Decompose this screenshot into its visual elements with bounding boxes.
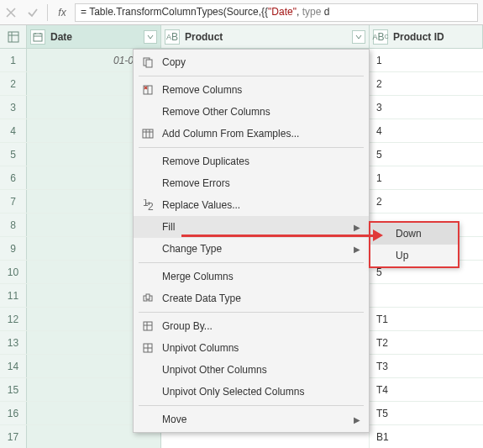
menu-item-copy[interactable]: Copy (134, 51, 369, 73)
cell-product-id[interactable]: T4 (370, 378, 483, 401)
menu-item-add-column-from-examples[interactable]: Add Column From Examples... (134, 123, 369, 145)
svg-rect-8 (146, 60, 152, 67)
formula-cancel-button[interactable] (0, 0, 22, 25)
cell-product-id[interactable] (370, 284, 483, 307)
menu-label: Unpivot Columns (159, 342, 360, 354)
cell-product-id[interactable]: 4 (370, 119, 483, 142)
row-number[interactable]: 14 (0, 355, 27, 377)
menu-item-unpivot-columns[interactable]: Unpivot Columns (134, 337, 369, 359)
menu-item-remove-other-columns[interactable]: Remove Other Columns (134, 101, 369, 123)
chevron-right-icon: ▶ (354, 245, 360, 254)
svg-rect-3 (34, 34, 42, 41)
cell-product-id[interactable]: 2 (370, 190, 483, 213)
table-icon[interactable] (0, 25, 27, 48)
formula-string: "Date" (268, 6, 297, 18)
menu-label: Create Data Type (159, 293, 360, 304)
row-number[interactable]: 9 (0, 237, 27, 260)
cell-product-id[interactable]: B1 (370, 425, 483, 448)
column-header-product[interactable]: AB Product (161, 25, 370, 48)
column-header-date[interactable]: Date (27, 25, 161, 48)
fill-down-item[interactable]: Down (370, 223, 458, 245)
menu-separator (139, 312, 364, 313)
menu-label: Group By... (159, 320, 360, 332)
column-header-product-id[interactable]: ABC Product ID (370, 25, 483, 48)
menu-item-create-data-type[interactable]: Create Data Type (134, 287, 369, 309)
row-number[interactable]: 15 (0, 378, 27, 401)
cell-product-id[interactable]: 1 (370, 166, 483, 189)
menu-item-merge-columns[interactable]: Merge Columns (134, 266, 369, 287)
row-number[interactable]: 8 (0, 213, 27, 236)
svg-rect-20 (144, 322, 152, 330)
column-filter-button[interactable] (144, 30, 157, 44)
menu-label: Change Type (159, 243, 354, 255)
menu-label: Copy (159, 56, 360, 68)
formula-input[interactable]: = Table.TransformColumnTypes(Source,{{"D… (75, 3, 478, 22)
menu-label: Merge Columns (159, 271, 360, 282)
menu-label: Move (159, 414, 354, 425)
svg-rect-0 (8, 32, 18, 42)
cell-product-id[interactable]: 5 (370, 143, 483, 166)
menu-separator (139, 147, 364, 148)
menu-item-move[interactable]: Move▶ (134, 408, 369, 430)
calendar-icon[interactable] (30, 29, 45, 45)
menu-item-remove-errors[interactable]: Remove Errors (134, 172, 369, 194)
annotation-arrow (181, 235, 375, 237)
datatype-icon (137, 293, 159, 304)
annotation-arrow-head (373, 229, 383, 241)
formula-bar: fx = Table.TransformColumnTypes(Source,{… (0, 0, 483, 25)
copy-icon (137, 56, 159, 68)
examples-icon (137, 128, 159, 140)
menu-separator (139, 405, 364, 406)
menu-label: Remove Errors (159, 177, 360, 189)
menu-label: Add Column From Examples... (159, 128, 360, 140)
row-number[interactable]: 16 (0, 402, 27, 424)
menu-separator (139, 262, 364, 263)
menu-item-remove-duplicates[interactable]: Remove Duplicates (134, 150, 369, 172)
cell-product-id[interactable]: T5 (370, 402, 483, 424)
menu-item-change-type[interactable]: Change Type▶ (134, 238, 369, 260)
formula-text: = Table.TransformColumnTypes(Source,{{ (81, 6, 268, 18)
row-number[interactable]: 2 (0, 72, 27, 95)
menu-item-unpivot-only-selected-columns[interactable]: Unpivot Only Selected Columns (134, 381, 369, 403)
replace-icon: 12 (137, 199, 159, 211)
column-label: Product ID (393, 31, 444, 43)
fx-label[interactable]: fx (51, 7, 73, 18)
context-menu: CopyRemove ColumnsRemove Other ColumnsAd… (133, 49, 370, 433)
divider (47, 4, 48, 21)
text-type-icon[interactable]: ABC (373, 29, 388, 45)
row-number[interactable]: 1 (0, 49, 27, 71)
row-number[interactable]: 13 (0, 331, 27, 354)
menu-item-replace-values[interactable]: 12Replace Values... (134, 194, 369, 216)
cell-product-id[interactable]: T1 (370, 308, 483, 330)
menu-label: Remove Columns (159, 84, 360, 96)
menu-label: Up (396, 250, 408, 261)
row-number[interactable]: 7 (0, 190, 27, 213)
menu-item-group-by[interactable]: Group By... (134, 315, 369, 337)
text-type-icon[interactable]: AB (165, 29, 180, 45)
row-number[interactable]: 3 (0, 96, 27, 119)
menu-label: Down (396, 228, 422, 240)
column-header-row: Date AB Product ABC Product ID (0, 25, 483, 49)
cell-product-id[interactable]: 1 (370, 49, 483, 71)
row-number[interactable]: 17 (0, 425, 27, 448)
row-number[interactable]: 5 (0, 143, 27, 166)
svg-rect-19 (146, 294, 150, 299)
row-number[interactable]: 10 (0, 261, 27, 283)
fill-up-item[interactable]: Up (370, 245, 458, 266)
row-number[interactable]: 12 (0, 308, 27, 330)
menu-label: Unpivot Only Selected Columns (159, 386, 360, 398)
formula-sep: , (297, 6, 302, 18)
row-number[interactable]: 11 (0, 284, 27, 307)
cell-product-id[interactable]: 3 (370, 96, 483, 119)
column-filter-button[interactable] (352, 30, 365, 44)
cell-product-id[interactable]: 2 (370, 72, 483, 95)
cell-product-id[interactable]: T2 (370, 331, 483, 354)
group-icon (137, 320, 159, 332)
formula-accept-button[interactable] (22, 0, 44, 25)
chevron-right-icon: ▶ (354, 415, 360, 424)
menu-item-unpivot-other-columns[interactable]: Unpivot Other Columns (134, 359, 369, 381)
row-number[interactable]: 6 (0, 166, 27, 189)
row-number[interactable]: 4 (0, 119, 27, 142)
cell-product-id[interactable]: T3 (370, 355, 483, 377)
menu-item-remove-columns[interactable]: Remove Columns (134, 79, 369, 101)
